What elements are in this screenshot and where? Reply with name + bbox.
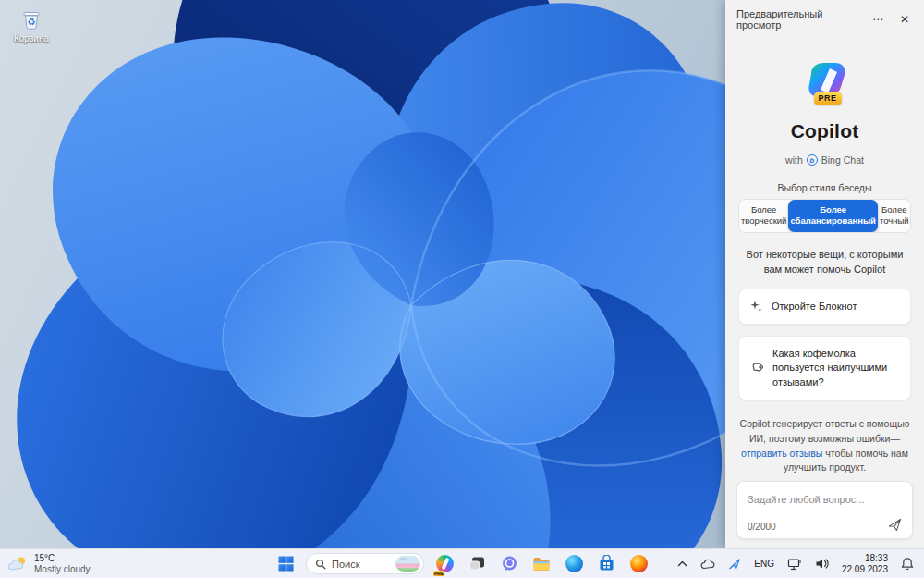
search-placeholder-text: Поиск	[332, 559, 390, 570]
chat-input[interactable]	[748, 494, 902, 505]
firefox-icon	[630, 555, 648, 572]
taskbar: 15°C Mostly cloudy	[0, 548, 924, 578]
screen: ♻ Корзина Предварительный просмотр ⋯ ✕	[0, 0, 924, 578]
bing-icon: b	[807, 154, 818, 166]
speaker-icon	[815, 558, 829, 570]
recycle-bin-icon: ♻	[19, 7, 43, 32]
language-indicator: ENG	[754, 559, 774, 569]
tray-date: 22.09.2023	[842, 564, 888, 575]
network-button[interactable]	[783, 555, 807, 573]
notification-bell-icon	[901, 557, 914, 571]
more-options-button[interactable]: ⋯	[869, 13, 887, 26]
edge-icon	[565, 555, 583, 572]
svg-text:♻: ♻	[28, 17, 36, 27]
disclaimer-before: Copilot генерирует ответы с помощью ИИ, …	[740, 418, 910, 444]
panel-body: PRE Copilot with b Bing Chat Выбор стиля…	[725, 37, 924, 548]
recycle-bin-label: Корзина	[7, 33, 55, 43]
network-icon	[787, 558, 802, 571]
copilot-title: Copilot	[738, 120, 911, 142]
weather-condition: Mostly cloudy	[34, 564, 91, 575]
clock-button[interactable]: 18:33 22.09.2023	[837, 550, 893, 578]
desktop: ♻ Корзина	[0, 0, 725, 548]
weather-temperature: 15°C	[34, 553, 91, 564]
notifications-button[interactable]	[896, 554, 918, 573]
paper-plane-icon	[888, 518, 902, 532]
copilot-taskbar-button[interactable]: PRE	[432, 552, 456, 576]
taskbar-search[interactable]: Поиск	[306, 553, 424, 574]
suggestion-card-notepad[interactable]: Откройте Блокнот	[738, 289, 911, 325]
teams-chat-button[interactable]	[497, 552, 521, 576]
taskbar-center: Поиск PRE	[274, 549, 650, 578]
edge-button[interactable]	[562, 552, 586, 576]
send-button[interactable]	[888, 518, 902, 532]
bing-daily-image	[395, 556, 420, 572]
system-tray: ENG 18:33 22.09.2023	[673, 549, 924, 578]
cloud-icon	[700, 559, 715, 570]
style-option-balanced[interactable]: Более сбалансированный	[788, 200, 878, 232]
start-button[interactable]	[274, 552, 298, 576]
language-button[interactable]: ENG	[749, 556, 779, 572]
style-selector-label: Выбор стиля беседы	[738, 182, 911, 193]
suggestion-text: Какая кофемолка пользуется наилучшими от…	[772, 347, 899, 389]
subtitle-brand: Bing Chat	[821, 154, 864, 166]
char-counter: 0/2000	[748, 522, 776, 532]
suggestion-text: Откройте Блокнот	[772, 300, 857, 314]
onedrive-button[interactable]	[696, 556, 720, 572]
close-panel-button[interactable]: ✕	[896, 13, 913, 26]
send-feedback-link[interactable]: отправить отзывы	[741, 448, 822, 459]
weather-widget[interactable]: 15°C Mostly cloudy	[0, 549, 98, 578]
panel-title: Предварительный просмотр	[736, 8, 869, 31]
volume-button[interactable]	[810, 555, 833, 572]
panel-header: Предварительный просмотр ⋯ ✕	[725, 0, 924, 37]
composer: 0/2000	[736, 481, 913, 539]
sparkle-icon	[750, 301, 762, 313]
tray-time: 18:33	[842, 553, 888, 564]
file-explorer-button[interactable]	[529, 552, 553, 576]
suggestion-card-coffee-grinder[interactable]: Какая кофемолка пользуется наилучшими от…	[738, 336, 911, 400]
subtitle-prefix: with	[785, 154, 803, 166]
location-arrow-icon	[728, 558, 741, 571]
chevron-up-icon	[677, 560, 687, 568]
task-view-icon	[468, 555, 486, 572]
pre-badge: PRE	[814, 92, 842, 105]
wallpaper-bloom	[0, 0, 725, 548]
pre-mini-badge: PRE	[433, 571, 444, 576]
microsoft-store-icon	[598, 555, 615, 572]
style-option-creative[interactable]: Более творческий	[739, 200, 788, 232]
file-explorer-icon	[532, 555, 551, 573]
microsoft-store-button[interactable]	[594, 552, 618, 576]
windows-logo-icon	[278, 556, 294, 572]
style-option-precise[interactable]: Более точный	[878, 200, 911, 232]
location-button[interactable]	[723, 555, 746, 573]
recycle-bin-shortcut[interactable]: ♻ Корзина	[7, 7, 55, 43]
teams-chat-icon	[501, 555, 518, 572]
copilot-logo: PRE	[801, 61, 849, 111]
ai-disclaimer: Copilot генерирует ответы с помощью ИИ, …	[738, 417, 911, 475]
search-icon	[315, 559, 326, 570]
conversation-style-selector: Более творческий Более сбалансированный …	[738, 199, 911, 233]
task-view-button[interactable]	[465, 552, 489, 576]
partly-cloudy-icon	[7, 556, 30, 572]
hidden-icons-button[interactable]	[673, 557, 692, 571]
tag-icon	[750, 362, 763, 375]
bing-chat-subtitle: with b Bing Chat	[738, 154, 911, 166]
firefox-button[interactable]	[626, 552, 650, 576]
composer-footer: 0/2000	[748, 518, 902, 532]
intro-text: Вот некоторые вещи, с которыми вам может…	[738, 248, 911, 277]
copilot-panel: Предварительный просмотр ⋯ ✕	[725, 0, 924, 548]
